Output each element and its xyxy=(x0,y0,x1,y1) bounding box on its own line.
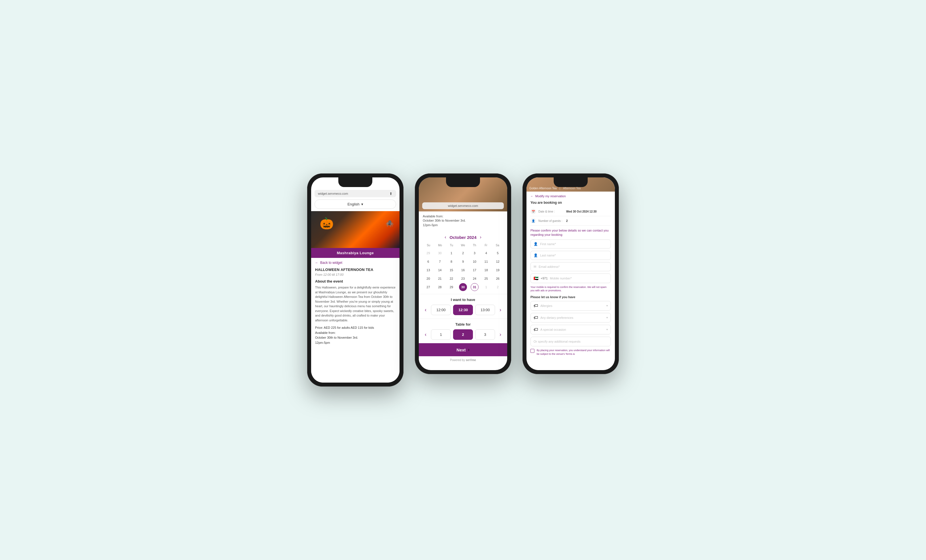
allergies-dropdown[interactable]: 🏷 Allergies ▾ xyxy=(530,301,611,310)
guests-picker: ‹ 1 2 3 › xyxy=(423,329,503,340)
time-section-label: I want to have xyxy=(423,298,503,302)
cal-day-2-nov[interactable]: 2 xyxy=(494,283,502,291)
url-text-2: widget.servmeco.com xyxy=(448,204,478,207)
cal-day-16[interactable]: 16 xyxy=(459,266,467,274)
guests-icon: 👤 xyxy=(530,218,536,224)
share-icon-1[interactable]: ⬆ xyxy=(389,192,393,195)
cal-day-11[interactable]: 11 xyxy=(482,257,490,266)
language-label: English xyxy=(347,202,360,206)
terms-checkbox[interactable] xyxy=(530,349,534,353)
calendar-header: ‹ October 2024 › xyxy=(423,233,503,240)
day-label-mo: Mo xyxy=(434,242,446,248)
cal-day-6[interactable]: 6 xyxy=(424,257,432,266)
hero-tab-2[interactable]: Afternoon Tea xyxy=(563,187,581,190)
cal-day-26[interactable]: 26 xyxy=(494,275,502,283)
guests-detail-row: 👤 Number of guests : 2 xyxy=(530,216,611,226)
cal-day-20[interactable]: 20 xyxy=(424,275,432,283)
cal-day-29[interactable]: 29 xyxy=(448,283,455,291)
guest-option-3[interactable]: 3 xyxy=(475,329,495,340)
dietary-dropdown[interactable]: 🏷 Any dietary preferences ▾ xyxy=(530,313,611,322)
time-option-1230-selected[interactable]: 12:30 xyxy=(453,305,473,315)
cal-day-13[interactable]: 13 xyxy=(424,266,432,274)
cal-day-30-sep[interactable]: 30 xyxy=(436,249,444,257)
cal-day-24[interactable]: 24 xyxy=(471,275,478,283)
cal-day-1-nov[interactable]: 1 xyxy=(482,283,490,291)
guest-option-2-selected[interactable]: 2 xyxy=(453,329,473,340)
cal-day-8[interactable]: 8 xyxy=(448,257,455,266)
cal-day-2[interactable]: 2 xyxy=(459,249,467,257)
cal-day-3[interactable]: 3 xyxy=(471,249,478,257)
cal-day-28[interactable]: 28 xyxy=(436,283,444,291)
cal-day-25[interactable]: 25 xyxy=(482,275,490,283)
cal-day-5[interactable]: 5 xyxy=(494,249,502,257)
cal-day-14[interactable]: 14 xyxy=(436,266,444,274)
terms-row: By placing your reservation, you underst… xyxy=(530,348,611,356)
calendar-grid: 29 30 1 2 3 4 5 6 7 8 9 10 11 1 xyxy=(423,249,503,291)
cal-day-18[interactable]: 18 xyxy=(482,266,490,274)
table-section-label: Table for xyxy=(423,322,503,327)
time-option-1200[interactable]: 12:00 xyxy=(431,305,451,315)
modify-arrow-icon: ← xyxy=(530,194,534,198)
url-bar-1: widget.servmeco.com ⬆ xyxy=(315,190,396,197)
first-name-placeholder: First name* xyxy=(540,242,556,246)
back-arrow-icon: ← xyxy=(315,261,318,265)
guests-next-button[interactable]: › xyxy=(497,330,504,339)
cal-day-19[interactable]: 19 xyxy=(494,266,502,274)
guests-prev-button[interactable]: ‹ xyxy=(422,330,429,339)
hero-tab-1[interactable]: Golden Afternoon Tea xyxy=(529,187,557,190)
calendar-prev-button[interactable]: ‹ xyxy=(445,235,446,240)
email-icon: ✉ xyxy=(534,265,536,269)
phone-2: widget.servmeco.com Available from: Octo… xyxy=(415,173,511,374)
first-name-field[interactable]: 👤 First name* xyxy=(530,239,611,248)
cal-day-30-selected[interactable]: 30 xyxy=(459,283,467,291)
cal-day-31[interactable]: 31 xyxy=(471,283,478,291)
tag-icon-dietary: 🏷 xyxy=(534,315,538,320)
date-value: Wed 30 Oct 2024 12:30 xyxy=(566,210,597,213)
language-arrow-icon: ▾ xyxy=(361,202,363,206)
cal-day-9[interactable]: 9 xyxy=(459,257,467,266)
time-prev-button[interactable]: ‹ xyxy=(422,306,429,314)
person-icon-2: 👤 xyxy=(534,253,538,257)
cal-day-4[interactable]: 4 xyxy=(482,249,490,257)
allergies-placeholder: Allergies xyxy=(540,304,552,307)
country-flag: 🇦🇪 xyxy=(534,276,539,281)
phones-container: widget.servmeco.com ⬆ English ▾ Mashrabi… xyxy=(307,173,619,387)
terms-text: By placing your reservation, you underst… xyxy=(537,348,611,356)
cal-day-27[interactable]: 27 xyxy=(424,283,432,291)
cal-day-7[interactable]: 7 xyxy=(436,257,444,266)
occasion-dropdown[interactable]: 🏷 A special occasion ▾ xyxy=(530,325,611,334)
time-next-button[interactable]: › xyxy=(497,306,504,314)
cal-day-29-sep[interactable]: 29 xyxy=(424,249,432,257)
cal-day-23[interactable]: 23 xyxy=(459,275,467,283)
guest-option-1[interactable]: 1 xyxy=(431,329,451,340)
cal-day-22[interactable]: 22 xyxy=(448,275,455,283)
cal-day-17[interactable]: 17 xyxy=(471,266,478,274)
mobile-placeholder: Mobile number* xyxy=(550,277,572,280)
calendar-icon: 📅 xyxy=(530,209,536,214)
allergies-chevron-icon: ▾ xyxy=(607,304,608,307)
calendar-next-button[interactable]: › xyxy=(480,235,481,240)
cal-day-12[interactable]: 12 xyxy=(494,257,502,266)
email-field[interactable]: ✉ Email address* xyxy=(530,262,611,271)
language-selector[interactable]: English ▾ xyxy=(315,200,396,209)
cal-day-1[interactable]: 1 xyxy=(448,249,455,257)
confirm-label: Please confirm your below details so we … xyxy=(530,229,611,237)
time-option-1300[interactable]: 13:00 xyxy=(475,305,495,315)
last-name-field[interactable]: 👤 Last name* xyxy=(530,251,611,260)
day-label-tu: Tu xyxy=(446,242,457,248)
mobile-field[interactable]: 🇦🇪 +971 Mobile number* xyxy=(530,274,611,283)
back-to-widget-link[interactable]: ← Back to widget xyxy=(311,258,399,268)
cal-day-10[interactable]: 10 xyxy=(471,257,478,266)
day-label-fr: Fr xyxy=(480,242,492,248)
next-button-text: Next xyxy=(457,347,466,352)
phone-3-notch xyxy=(554,177,588,187)
phone-1-notch xyxy=(338,177,372,187)
additional-requests-field[interactable]: Or specify any additional requests xyxy=(530,337,611,346)
cal-day-21[interactable]: 21 xyxy=(436,275,444,283)
time-section: I want to have ‹ 12:00 12:30 13:00 › xyxy=(419,294,507,319)
modify-reservation-link[interactable]: ← Modify my reservation xyxy=(530,194,611,198)
guests-value: 2 xyxy=(566,219,568,222)
cal-day-15[interactable]: 15 xyxy=(448,266,455,274)
table-section: Table for ‹ 1 2 3 › xyxy=(419,319,507,343)
next-button-bar[interactable]: Next › xyxy=(419,343,507,356)
